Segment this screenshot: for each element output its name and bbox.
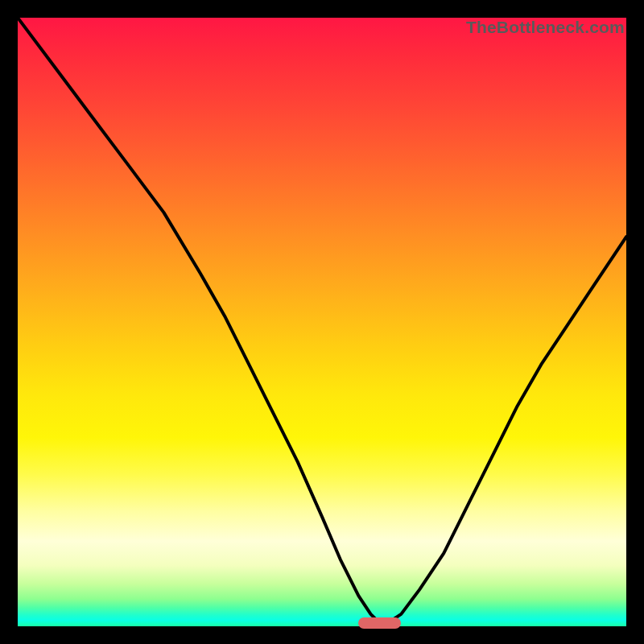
optimal-marker xyxy=(358,617,401,629)
bottleneck-curve xyxy=(18,18,626,626)
chart-frame: TheBottleneck.com xyxy=(0,0,644,644)
plot-area: TheBottleneck.com xyxy=(18,18,626,626)
